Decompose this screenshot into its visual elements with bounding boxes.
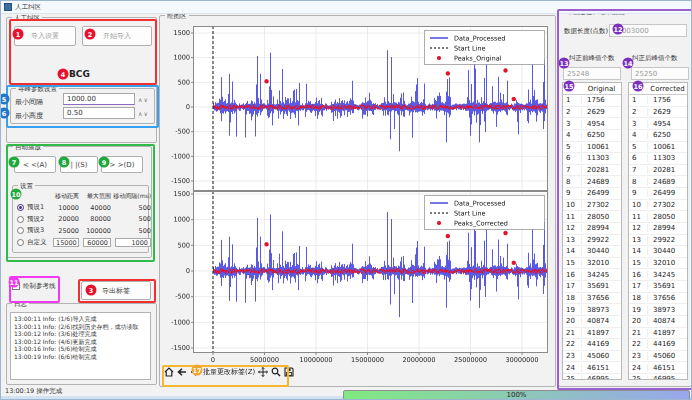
- table-row[interactable]: 1329922: [629, 235, 687, 247]
- table-row[interactable]: 720281: [629, 165, 687, 177]
- home-icon[interactable]: [164, 367, 174, 377]
- row-index: 24: [629, 364, 648, 372]
- table-row[interactable]: 2141897: [629, 328, 687, 340]
- row-index: 19: [629, 306, 648, 314]
- preset-custom-input[interactable]: 15000: [53, 238, 79, 247]
- table-row[interactable]: 1634245: [629, 269, 687, 281]
- preset-custom-input[interactable]: 1000: [115, 238, 151, 247]
- table-row[interactable]: 611303: [563, 153, 621, 165]
- batch-edit-label-button[interactable]: 批量更改标签(Z): [203, 367, 255, 377]
- preset-column-header: 移动间隔(ms): [111, 192, 151, 201]
- table-row[interactable]: 2141897: [563, 328, 621, 340]
- table-row[interactable]: 1735691: [629, 281, 687, 293]
- min-interval-field[interactable]: 1000.00: [63, 93, 135, 105]
- import-settings-button[interactable]: 导入设置: [14, 26, 76, 46]
- peak-value: 26499: [582, 189, 621, 197]
- table-row[interactable]: 22629: [629, 107, 687, 119]
- table-row[interactable]: 34954: [563, 118, 621, 130]
- table-row[interactable]: 2446151: [563, 362, 621, 374]
- corrected-peaks-table[interactable]: Corrected 117562262934954462505100616113…: [628, 82, 688, 380]
- preset-custom-input[interactable]: 60000: [83, 238, 111, 247]
- row-index: 11: [563, 213, 582, 221]
- table-row[interactable]: 510061: [629, 142, 687, 154]
- preset-radio[interactable]: [17, 227, 24, 234]
- row-index: 3: [629, 120, 648, 128]
- table-row[interactable]: 2040874: [629, 316, 687, 328]
- table-row[interactable]: 1128050: [629, 211, 687, 223]
- table-row[interactable]: 2345060: [563, 351, 621, 363]
- table-row[interactable]: 926499: [629, 188, 687, 200]
- original-peaks-table[interactable]: Original 1175622629349544625051006161130…: [562, 82, 622, 380]
- row-index: 5: [563, 143, 582, 151]
- table-row[interactable]: 1735691: [563, 281, 621, 293]
- min-height-spinner[interactable]: ∧∨: [138, 110, 149, 117]
- table-row[interactable]: 1634245: [563, 269, 621, 281]
- table-row[interactable]: 2244169: [629, 339, 687, 351]
- preset-radio[interactable]: [17, 239, 24, 246]
- peaks-after-label: 纠正后峰值个数: [632, 54, 678, 63]
- peak-value: 30440: [648, 247, 687, 255]
- row-index: 9: [629, 189, 648, 197]
- table-row[interactable]: 611303: [629, 153, 687, 165]
- table-row[interactable]: 2446151: [629, 362, 687, 374]
- table-row[interactable]: 1532010: [563, 258, 621, 270]
- row-index: 6: [629, 154, 648, 162]
- table-row[interactable]: 1430440: [629, 246, 687, 258]
- preset-column-header: 最大范围: [79, 192, 111, 201]
- table-row[interactable]: 720281: [563, 165, 621, 177]
- table-row[interactable]: 1128050: [563, 211, 621, 223]
- table-row[interactable]: 926499: [563, 188, 621, 200]
- peak-value: 46151: [648, 364, 687, 372]
- signal-plot-original[interactable]: [161, 21, 553, 193]
- table-row[interactable]: 34954: [629, 118, 687, 130]
- original-table-body[interactable]: 1175622629349544625051006161130372028182…: [563, 95, 621, 380]
- table-row[interactable]: 1027302: [629, 200, 687, 212]
- peak-value: 44169: [582, 340, 621, 348]
- step-back-button[interactable]: < <(A): [14, 156, 56, 173]
- table-row[interactable]: 1228994: [563, 223, 621, 235]
- save-icon[interactable]: [284, 367, 294, 377]
- table-row[interactable]: 2546995: [629, 374, 687, 380]
- row-index: 8: [563, 178, 582, 186]
- preset-radio[interactable]: [17, 204, 24, 211]
- preset-value: 20000: [49, 215, 79, 223]
- table-row[interactable]: 11756: [563, 95, 621, 107]
- table-row[interactable]: 1228994: [629, 223, 687, 235]
- table-row[interactable]: 46250: [629, 130, 687, 142]
- signal-plot-corrected[interactable]: [161, 191, 553, 369]
- peak-value: 28994: [582, 224, 621, 232]
- table-row[interactable]: 2244169: [563, 339, 621, 351]
- table-row[interactable]: 11756: [629, 95, 687, 107]
- table-row[interactable]: 1938973: [563, 304, 621, 316]
- row-index: 2: [629, 108, 648, 116]
- row-index: 6: [563, 154, 582, 162]
- table-row[interactable]: 2345060: [629, 351, 687, 363]
- table-row[interactable]: 1837656: [563, 293, 621, 305]
- min-height-field[interactable]: 0.50: [63, 107, 135, 119]
- table-row[interactable]: 2546995: [563, 374, 621, 380]
- table-row[interactable]: 2040874: [563, 316, 621, 328]
- table-row[interactable]: 1532010: [629, 258, 687, 270]
- pan-icon[interactable]: [258, 367, 268, 377]
- row-index: 25: [629, 375, 648, 380]
- table-row[interactable]: 824689: [629, 176, 687, 188]
- table-row[interactable]: 1329922: [563, 235, 621, 247]
- back-arrow-icon[interactable]: [177, 367, 187, 377]
- table-row[interactable]: 510061: [563, 142, 621, 154]
- table-row[interactable]: 1938973: [629, 304, 687, 316]
- table-row[interactable]: 46250: [563, 130, 621, 142]
- peak-value: 37656: [582, 294, 621, 302]
- corrected-table-body[interactable]: 1175622629349544625051006161130372028182…: [629, 95, 687, 380]
- log-textarea[interactable]: 13:00:11 Info: (1/6)导入完成13:00:11 Info: (…: [10, 312, 151, 380]
- row-index: 14: [629, 247, 648, 255]
- table-row[interactable]: 22629: [563, 107, 621, 119]
- min-interval-spinner[interactable]: ∧∨: [138, 96, 149, 103]
- peak-value: 40874: [582, 317, 621, 325]
- table-row[interactable]: 1837656: [629, 293, 687, 305]
- table-row[interactable]: 824689: [563, 176, 621, 188]
- zoom-icon[interactable]: [271, 367, 281, 377]
- table-row[interactable]: 1027302: [563, 200, 621, 212]
- row-index: 17: [563, 282, 582, 290]
- table-row[interactable]: 1430440: [563, 246, 621, 258]
- preset-radio[interactable]: [17, 216, 24, 223]
